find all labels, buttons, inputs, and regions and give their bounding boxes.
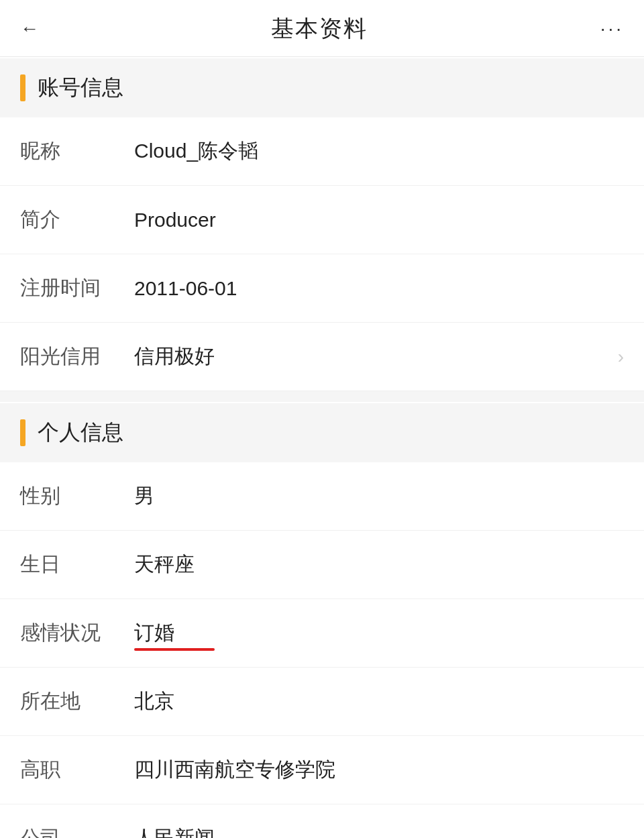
credit-label: 阳光信用 <box>20 343 134 370</box>
relationship-label: 感情状况 <box>20 619 134 647</box>
relationship-underline: 订婚 <box>134 619 174 647</box>
gender-value: 男 <box>134 482 624 510</box>
nickname-label: 昵称 <box>20 138 134 165</box>
register-time-label: 注册时间 <box>20 274 134 302</box>
section-gap <box>0 391 644 402</box>
account-section-indicator <box>20 74 25 101</box>
personal-section-title: 个人信息 <box>38 418 123 448</box>
row-relationship: 感情状况 订婚 <box>0 599 644 668</box>
personal-section-header: 个人信息 <box>0 403 644 462</box>
credit-arrow: › <box>618 346 624 368</box>
back-button[interactable]: ← <box>20 19 39 38</box>
row-intro: 简介 Producer <box>0 186 644 254</box>
row-credit[interactable]: 阳光信用 信用极好 › <box>0 323 644 391</box>
vocational-label: 高职 <box>20 756 134 784</box>
row-location: 所在地 北京 <box>0 668 644 736</box>
location-value: 北京 <box>134 688 624 715</box>
birthday-label: 生日 <box>20 551 134 578</box>
location-label: 所在地 <box>20 688 134 715</box>
personal-section-indicator <box>20 419 25 446</box>
row-gender: 性别 男 <box>0 462 644 531</box>
company-value: 人民新闻 <box>134 825 624 838</box>
gender-label: 性别 <box>20 482 134 510</box>
account-section-title: 账号信息 <box>38 73 123 103</box>
birthday-value: 天秤座 <box>134 551 624 578</box>
company-label: 公司 <box>20 825 134 838</box>
vocational-value: 四川西南航空专修学院 <box>134 756 624 784</box>
row-birthday: 生日 天秤座 <box>0 531 644 599</box>
nickname-value: Cloud_陈令韬 <box>134 138 624 165</box>
row-company: 公司 人民新闻 <box>0 804 644 838</box>
account-section-header: 账号信息 <box>0 58 644 117</box>
page-title: 基本资料 <box>271 13 368 44</box>
intro-value: Producer <box>134 209 624 231</box>
relationship-value: 订婚 <box>134 619 624 647</box>
row-nickname: 昵称 Cloud_陈令韬 <box>0 117 644 186</box>
credit-value: 信用极好 <box>134 343 611 370</box>
row-vocational: 高职 四川西南航空专修学院 <box>0 736 644 804</box>
more-button[interactable]: ··· <box>600 18 624 40</box>
row-register-time: 注册时间 2011-06-01 <box>0 254 644 323</box>
intro-label: 简介 <box>20 206 134 233</box>
register-time-value: 2011-06-01 <box>134 277 624 300</box>
header: ← 基本资料 ··· <box>0 0 644 57</box>
